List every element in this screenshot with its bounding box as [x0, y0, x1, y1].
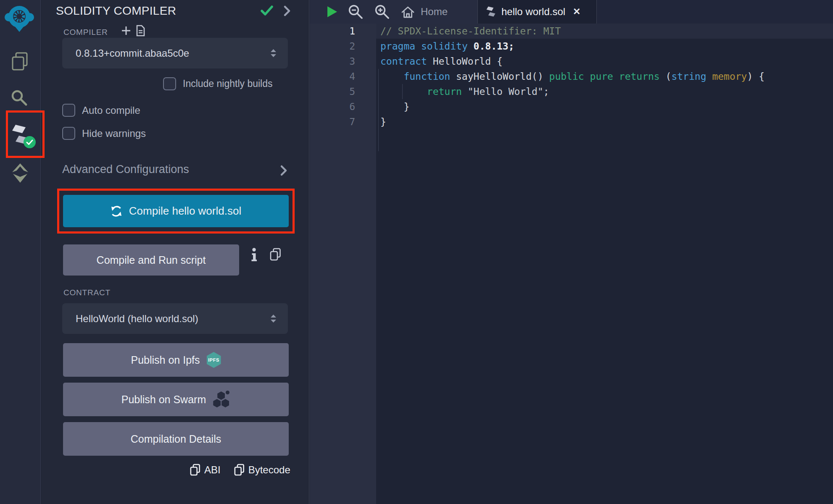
auto-compile-row: Auto compile: [62, 104, 140, 117]
contract-section-label: CONTRACT: [63, 288, 111, 297]
home-icon: [401, 5, 415, 19]
compilation-details-button[interactable]: Compilation Details: [63, 422, 289, 456]
close-tab-icon[interactable]: ✕: [573, 6, 580, 17]
code-content[interactable]: // SPDX-License-Identifier: MITpragma so…: [376, 24, 833, 129]
line-numbers: 1234567: [310, 24, 355, 129]
include-nightly-row: Include nightly builds: [163, 77, 273, 90]
include-nightly-checkbox[interactable]: [163, 77, 176, 90]
code-line[interactable]: function sayHelloWorld() public pure ret…: [376, 69, 833, 84]
hide-warnings-label: Hide warnings: [82, 128, 146, 139]
compile-and-run-button[interactable]: Compile and Run script: [63, 244, 239, 276]
code-line[interactable]: contract HelloWorld {: [376, 54, 833, 69]
include-nightly-label: Include nightly builds: [183, 78, 273, 89]
line-number: 7: [310, 114, 355, 129]
line-number: 4: [310, 69, 355, 84]
abi-label: ABI: [204, 464, 221, 476]
editor-body: 1234567 // SPDX-License-Identifier: MITp…: [310, 24, 833, 504]
deploy-run-icon[interactable]: [11, 163, 29, 183]
tab-hello-world-sol[interactable]: hello world.sol ✕: [477, 0, 597, 24]
contract-select[interactable]: HelloWorld (hello world.sol): [62, 303, 288, 334]
compilation-details-label: Compilation Details: [131, 433, 221, 445]
publish-ipfs-label: Publish on Ipfs: [131, 354, 200, 366]
auto-compile-checkbox[interactable]: [62, 104, 75, 117]
compile-button[interactable]: Compile hello world.sol: [63, 195, 289, 227]
swarm-icon: [213, 391, 230, 408]
bytecode-label: Bytecode: [248, 464, 290, 476]
code-line[interactable]: // SPDX-License-Identifier: MIT: [376, 24, 833, 39]
hide-warnings-checkbox[interactable]: [62, 127, 75, 140]
line-number: 2: [310, 39, 355, 54]
copy-abi-button[interactable]: ABI: [190, 464, 221, 476]
compile-run-label: Compile and Run script: [97, 254, 206, 266]
line-number: 5: [310, 84, 355, 99]
code-line[interactable]: return "Hello World";: [376, 84, 833, 99]
run-script-play-icon[interactable]: [327, 6, 337, 17]
compiled-check-badge-icon: [24, 136, 36, 148]
copy-bytecode-button[interactable]: Bytecode: [234, 464, 290, 476]
compile-button-label: Compile hello world.sol: [129, 205, 241, 218]
advanced-configurations-toggle[interactable]: Advanced Configurations: [62, 163, 189, 176]
ipfs-icon: IPFS: [207, 352, 221, 368]
info-icon[interactable]: [251, 248, 257, 262]
editor-toolbar: Home: [310, 0, 477, 24]
abi-bytecode-row: ABI Bytecode: [190, 464, 290, 476]
compiler-config-file-icon[interactable]: [135, 25, 145, 37]
zoom-out-icon[interactable]: [348, 4, 364, 20]
compile-success-check-icon: [261, 5, 273, 16]
icon-sidebar: [0, 0, 41, 504]
home-tab-label: Home: [421, 6, 448, 18]
line-number: 1: [310, 24, 355, 39]
select-stepper-icon: [271, 49, 276, 57]
solidity-compiler-panel: SOLIDITY COMPILER COMPILER 0.8.13+commit…: [41, 0, 309, 504]
code-editor: Home hello world.sol ✕ 1234567 // SPDX-L…: [310, 0, 833, 504]
copy-icon: [190, 464, 200, 476]
advanced-chevron-icon[interactable]: [280, 165, 287, 176]
solidity-file-icon: [486, 6, 496, 18]
code-line[interactable]: }: [376, 99, 833, 114]
select-stepper-icon: [271, 315, 276, 323]
copy-script-icon[interactable]: [270, 248, 281, 261]
add-compiler-icon[interactable]: [121, 26, 131, 36]
contract-select-value: HelloWorld (hello world.sol): [76, 313, 271, 325]
line-number: 6: [310, 99, 355, 114]
code-line[interactable]: pragma solidity 0.8.13;: [376, 39, 833, 54]
editor-tab-bar: Home hello world.sol ✕: [310, 0, 833, 24]
line-number: 3: [310, 54, 355, 69]
refresh-icon: [111, 205, 122, 217]
compiler-version-select[interactable]: 0.8.13+commit.abaa5c0e: [62, 38, 288, 68]
compiler-version-value: 0.8.13+commit.abaa5c0e: [76, 47, 271, 59]
code-line[interactable]: }: [376, 114, 833, 129]
tab-home[interactable]: Home: [401, 5, 448, 19]
copy-icon: [234, 464, 245, 476]
remix-logo-icon[interactable]: [4, 3, 34, 34]
file-tab-label: hello world.sol: [501, 6, 565, 18]
compiler-section-label: COMPILER: [63, 28, 108, 37]
search-icon[interactable]: [11, 89, 28, 107]
publish-ipfs-button[interactable]: Publish on Ipfs IPFS: [63, 343, 289, 377]
file-explorer-icon[interactable]: [11, 52, 29, 71]
publish-swarm-label: Publish on Swarm: [121, 394, 206, 406]
zoom-in-icon[interactable]: [374, 4, 390, 20]
publish-swarm-button[interactable]: Publish on Swarm: [63, 383, 289, 416]
auto-compile-label: Auto compile: [82, 105, 140, 116]
panel-collapse-chevron-icon[interactable]: [283, 5, 291, 16]
hide-warnings-row: Hide warnings: [62, 127, 146, 140]
page-title: SOLIDITY COMPILER: [56, 4, 176, 18]
